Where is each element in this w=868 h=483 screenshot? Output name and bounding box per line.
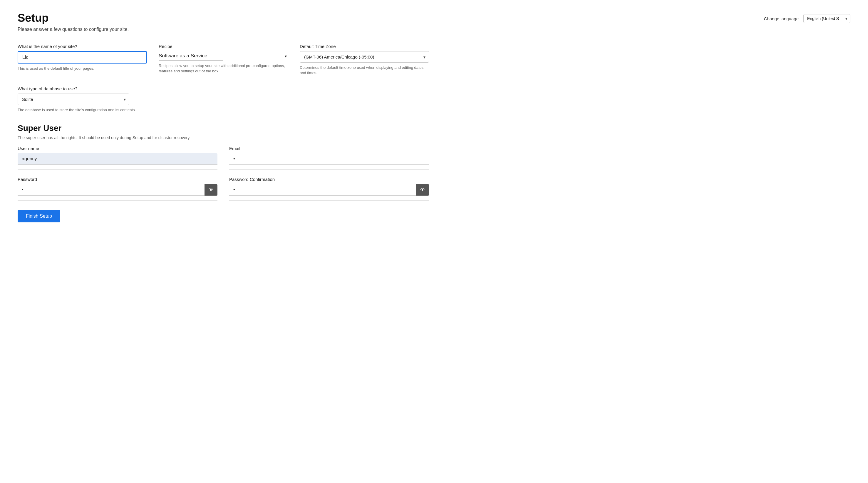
password-confirm-toggle-button[interactable]: 👁 xyxy=(416,184,429,196)
finish-setup-button[interactable]: Finish Setup xyxy=(18,210,60,222)
super-user-hint: The super user has all the rights. It sh… xyxy=(18,135,429,140)
language-section: Change language English (United S xyxy=(764,14,850,23)
password-input[interactable] xyxy=(18,184,217,196)
password-label: Password xyxy=(18,177,217,182)
timezone-group: Default Time Zone (GMT-06) America/Chica… xyxy=(300,44,429,76)
email-input[interactable] xyxy=(229,153,429,165)
timezone-hint: Determines the default time zone used wh… xyxy=(300,65,429,76)
database-group: What type of database to use? Sqlite MyS… xyxy=(18,86,429,113)
language-select[interactable]: English (United S xyxy=(803,14,850,23)
page-header: Setup Please answer a few questions to c… xyxy=(18,12,129,32)
recipe-hint: Recipes allow you to setup your site wit… xyxy=(159,63,288,74)
recipe-dropdown-wrapper: Software as a Service Blog Agency eComme… xyxy=(159,51,288,61)
eye-confirm-icon: 👁 xyxy=(420,187,425,192)
database-label: What type of database to use? xyxy=(18,86,429,91)
timezone-select[interactable]: (GMT-06) America/Chicago (-05:00) (GMT-0… xyxy=(300,51,429,63)
main-content: What is the name of your site? This is u… xyxy=(18,44,429,222)
super-user-title: Super User xyxy=(18,123,429,133)
password-confirm-field-wrapper: 👁 xyxy=(229,184,429,196)
username-group: User name xyxy=(18,146,217,170)
database-select-wrapper: Sqlite MySQL PostgreSQL xyxy=(18,93,129,105)
language-select-wrapper: English (United S xyxy=(803,14,850,23)
recipe-select[interactable]: Software as a Service Blog Agency eComme… xyxy=(159,51,223,61)
email-group: Email xyxy=(229,146,429,170)
change-language-label: Change language xyxy=(764,16,799,21)
timezone-select-wrapper: (GMT-06) America/Chicago (-05:00) (GMT-0… xyxy=(300,51,429,63)
page-subtitle: Please answer a few questions to configu… xyxy=(18,27,129,32)
database-section: What type of database to use? Sqlite MyS… xyxy=(18,86,429,113)
super-user-section: Super User The super user has all the ri… xyxy=(18,123,429,222)
recipe-label: Recipe xyxy=(159,44,288,49)
password-group: Password 👁 xyxy=(18,177,217,201)
database-hint: The database is used to store the site's… xyxy=(18,107,429,113)
timezone-label: Default Time Zone xyxy=(300,44,429,49)
username-email-row: User name Email xyxy=(18,146,429,170)
username-label: User name xyxy=(18,146,217,151)
password-confirm-group: Password Confirmation 👁 xyxy=(229,177,429,201)
site-name-input[interactable] xyxy=(18,51,147,63)
site-name-group: What is the name of your site? This is u… xyxy=(18,44,147,76)
recipe-group: Recipe Software as a Service Blog Agency… xyxy=(159,44,288,76)
password-toggle-button[interactable]: 👁 xyxy=(205,184,217,196)
top-section-row: What is the name of your site? This is u… xyxy=(18,44,429,76)
password-confirm-input[interactable] xyxy=(229,184,429,196)
password-field-wrapper: 👁 xyxy=(18,184,217,196)
database-select[interactable]: Sqlite MySQL PostgreSQL xyxy=(18,93,129,105)
page-title: Setup xyxy=(18,12,129,24)
site-name-label: What is the name of your site? xyxy=(18,44,147,49)
password-confirm-label: Password Confirmation xyxy=(229,177,429,182)
username-input[interactable] xyxy=(18,153,217,165)
eye-icon: 👁 xyxy=(209,187,213,192)
site-name-hint: This is used as the default title of you… xyxy=(18,66,147,71)
email-label: Email xyxy=(229,146,429,151)
password-row: Password 👁 Password Confirmation xyxy=(18,177,429,201)
